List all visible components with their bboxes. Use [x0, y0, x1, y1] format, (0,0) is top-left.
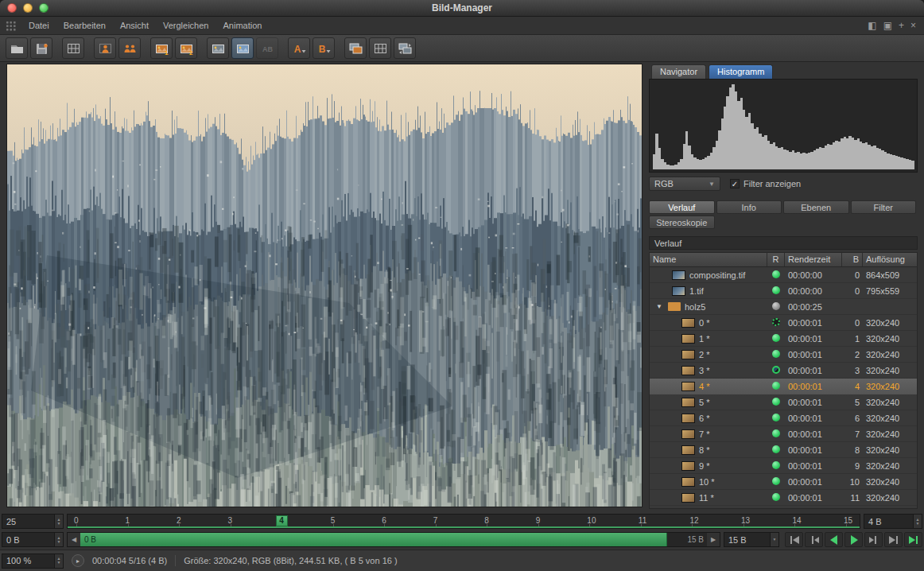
timeline-ruler[interactable]: 0123456789101112131415	[67, 514, 860, 529]
menu-item-ansicht[interactable]: Ansicht	[113, 17, 156, 35]
dock-full-icon[interactable]: ▣	[883, 20, 892, 31]
title-bar[interactable]: Bild-Manager	[0, 0, 924, 17]
tab-info[interactable]: Info	[716, 200, 782, 214]
close-window-icon[interactable]: ×	[910, 20, 916, 31]
spinner-arrows-icon[interactable]: ▲▼	[54, 554, 63, 568]
play-to-end-button[interactable]	[904, 532, 922, 547]
open-image-button[interactable]	[6, 37, 28, 59]
swap-display-button[interactable]	[394, 37, 416, 59]
view-single-button[interactable]	[207, 37, 229, 59]
play-forward-button[interactable]	[844, 532, 863, 547]
history-row[interactable]: 0 *00:00:010320x240	[650, 315, 917, 331]
column-header-b[interactable]: B	[842, 253, 863, 266]
zoom-spinner[interactable]: 100 % ▲▼	[2, 554, 64, 569]
history-row[interactable]: ▼holz500:00:25	[650, 299, 917, 315]
history-row[interactable]: 9 *00:00:019320x240	[650, 458, 917, 474]
zoom-window-icon[interactable]	[39, 3, 49, 13]
set-as-b-button[interactable]: B	[313, 37, 335, 59]
history-row-label: 2 *	[699, 350, 709, 359]
history-row[interactable]: 6 *00:00:016320x240	[650, 410, 917, 426]
tab-histogramm[interactable]: Histogramm	[709, 64, 773, 79]
history-row[interactable]: 2 *00:00:012320x240	[650, 347, 917, 363]
spinner-arrows-icon[interactable]: ▲▼	[54, 533, 63, 546]
history-row[interactable]: 1 *00:00:011320x240	[650, 331, 917, 347]
render-time-cell: 00:00:01	[785, 366, 842, 375]
slot-image-2-button[interactable]: 2	[175, 37, 197, 59]
goto-start-button[interactable]	[785, 532, 803, 547]
tab-ebenen[interactable]: Ebenen	[783, 200, 849, 214]
history-row[interactable]: 8 *00:00:018320x240	[650, 442, 917, 458]
render-image[interactable]	[7, 64, 642, 507]
tab-verlauf[interactable]: Verlauf	[649, 200, 715, 214]
scroll-left-icon[interactable]: ◀	[68, 533, 80, 546]
filter-checkbox[interactable]: ✓	[730, 179, 740, 188]
history-row[interactable]: compositing.tif00:00:000864x509	[650, 267, 917, 283]
layout-grid-button[interactable]	[62, 37, 84, 59]
spinner-arrows-icon[interactable]: ▲▼	[913, 515, 922, 528]
current-frame-spinner[interactable]: 4 B ▲▼	[864, 514, 922, 529]
range-scrollbar[interactable]: ◀ 0 B 15 B ▶	[67, 532, 720, 547]
dock-panel-icon[interactable]: ◧	[868, 20, 876, 31]
set-as-a-button[interactable]: A	[288, 37, 310, 59]
channel-dropdown[interactable]: RGB ▼	[649, 177, 720, 191]
spinner-arrows-icon[interactable]: ▲▼	[54, 515, 63, 528]
dual-display-button[interactable]	[344, 37, 367, 59]
history-row[interactable]: 11 *00:00:0111320x240	[650, 490, 917, 506]
step-back-button[interactable]	[805, 532, 823, 547]
timeline-tick-label: 5	[331, 516, 336, 525]
history-row[interactable]: 7 *00:00:017320x240	[650, 426, 917, 442]
column-header-r[interactable]: R	[767, 253, 785, 266]
minimize-window-icon[interactable]	[23, 3, 33, 13]
step-forward-button[interactable]	[864, 532, 883, 547]
b-frame-cell: 4	[842, 382, 863, 391]
history-row-name-cell: 3 *	[650, 366, 767, 375]
history-row[interactable]: 5 *00:00:015320x240	[650, 394, 917, 410]
close-window-icon[interactable]	[7, 3, 17, 13]
range-track[interactable]: 15 B	[667, 533, 707, 546]
render-status-cell	[767, 302, 785, 312]
detach-button[interactable]: ▸	[72, 554, 84, 567]
menu-item-vergleichen[interactable]: Vergleichen	[156, 17, 216, 35]
render-viewport[interactable]	[6, 64, 643, 507]
menu-item-animation[interactable]: Animation	[215, 17, 269, 35]
range-thumb[interactable]: 0 B	[80, 533, 667, 546]
history-row[interactable]: 3 *00:00:013320x240	[650, 363, 917, 379]
thumbnail-icon	[681, 398, 695, 407]
history-row[interactable]: 1.tif00:00:000795x559	[650, 283, 917, 299]
compare-image-button[interactable]	[94, 37, 116, 59]
tile-display-button[interactable]	[369, 37, 391, 59]
chevron-down-icon[interactable]: ▼	[770, 533, 778, 546]
view-compare-button[interactable]	[231, 37, 254, 59]
history-row[interactable]: 10 *00:00:0110320x240	[650, 474, 917, 490]
resolution-cell: 320x240	[863, 414, 917, 423]
save-image-button[interactable]	[30, 37, 52, 59]
menu-item-datei[interactable]: Datei	[21, 17, 56, 35]
svg-text:2: 2	[189, 49, 193, 55]
frame-count-dropdown[interactable]: 15 B ▼	[724, 532, 779, 547]
menu-item-bearbeiten[interactable]: Bearbeiten	[56, 17, 113, 35]
compare-animation-button[interactable]	[118, 37, 141, 59]
move-window-icon[interactable]: +	[899, 20, 904, 31]
range-start-spinner[interactable]: 0 B ▲▼	[2, 532, 64, 547]
chevron-down-icon: ▼	[709, 181, 715, 188]
play-backward-button[interactable]	[825, 532, 843, 547]
column-header-aufloesung[interactable]: Auflösung	[863, 253, 917, 266]
window-title: Bild-Manager	[0, 2, 924, 14]
goto-end-button[interactable]	[884, 532, 903, 547]
window-dock-icons: ◧▣+×	[868, 20, 916, 31]
column-header-renderzeit[interactable]: Renderzeit	[785, 253, 842, 266]
framerate-spinner[interactable]: 25 ▲▼	[2, 514, 64, 529]
history-row[interactable]: 4 *00:00:014320x240	[650, 379, 917, 394]
slot-image-1-button[interactable]: 1	[150, 37, 173, 59]
view-ab-button[interactable]: AB	[256, 37, 278, 59]
timeline-tick-label: 10	[587, 516, 596, 525]
expand-twisty-icon[interactable]: ▼	[656, 303, 664, 310]
app-grid-icon[interactable]	[6, 21, 16, 31]
folder-icon	[668, 302, 681, 311]
tab-filter[interactable]: Filter	[851, 200, 917, 214]
scroll-right-icon[interactable]: ▶	[707, 533, 720, 546]
column-header-name[interactable]: Name	[650, 253, 767, 266]
b-frame-cell: 0	[842, 286, 863, 296]
tab-stereoskopie[interactable]: Stereoskopie	[649, 216, 715, 229]
tab-navigator[interactable]: Navigator	[651, 64, 706, 79]
